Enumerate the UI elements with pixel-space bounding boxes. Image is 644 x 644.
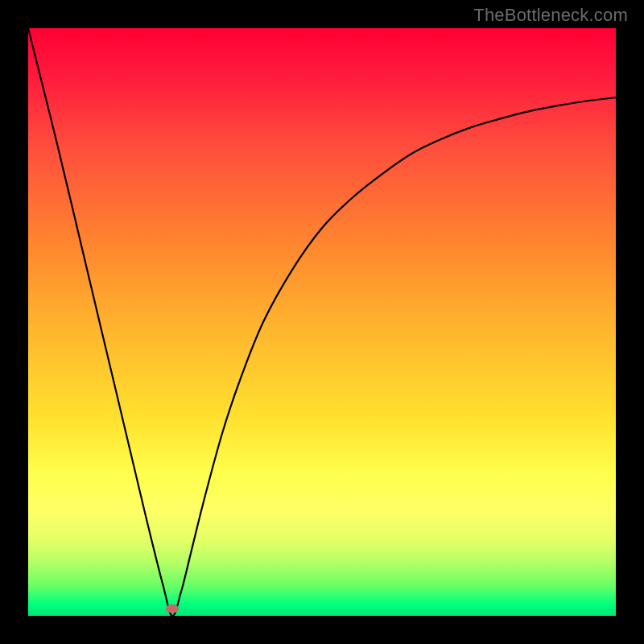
bottleneck-curve <box>28 28 616 616</box>
watermark-text: TheBottleneck.com <box>473 5 628 26</box>
plot-area <box>28 28 616 616</box>
chart-container: TheBottleneck.com <box>0 0 644 644</box>
vertex-marker <box>166 605 179 613</box>
